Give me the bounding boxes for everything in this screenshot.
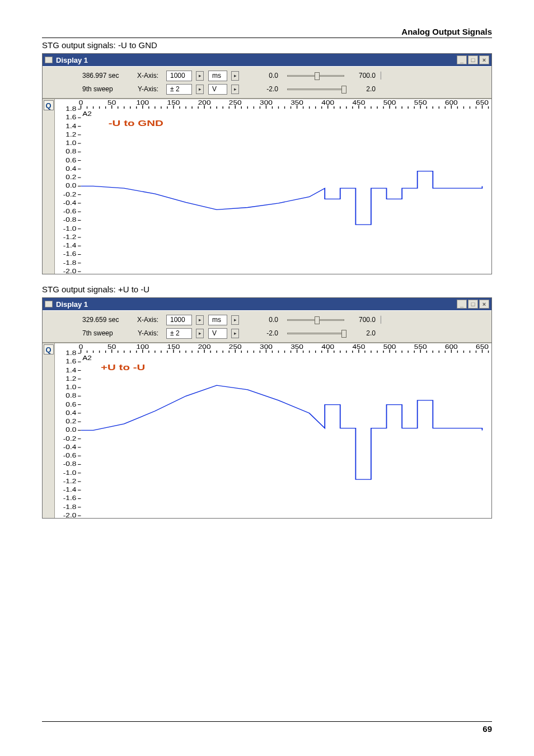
spinner-arrow-icon[interactable]: ▸ (231, 329, 239, 338)
footer-rule (42, 721, 492, 722)
svg-text:-0.6: -0.6 (63, 452, 77, 459)
svg-text:0.6: 0.6 (65, 157, 76, 164)
spinner-arrow-icon[interactable]: ▸ (196, 315, 204, 325)
svg-text:0.4: 0.4 (65, 410, 76, 417)
svg-text:1.0: 1.0 (65, 384, 76, 391)
slider-min: -2.0 (261, 85, 280, 93)
window-icon (45, 301, 53, 307)
svg-text:1.2: 1.2 (65, 376, 76, 382)
svg-text:-1.0: -1.0 (63, 226, 77, 232)
window-maximize-button[interactable]: □ (468, 300, 478, 309)
yaxis-unit-input[interactable]: V (208, 328, 227, 339)
window-maximize-button[interactable]: □ (468, 55, 478, 64)
x-slider[interactable] (285, 71, 346, 81)
svg-text:0.6: 0.6 (65, 401, 76, 408)
svg-text:-0.4: -0.4 (63, 444, 77, 451)
plot-sidebar: Q (43, 99, 55, 274)
plot-sidebar: Q (43, 343, 55, 518)
xaxis-value-input[interactable]: 1000 (166, 315, 192, 325)
toolbar: 329.659 sec X-Axis: 1000 ▸ ms ▸ 0.0 700.… (43, 310, 491, 343)
svg-text:650: 650 (476, 100, 489, 106)
window-close-button[interactable]: × (479, 300, 489, 309)
signal-plot-2: 050100150200250300350400450500550600650 … (55, 343, 491, 518)
svg-text:1.6: 1.6 (65, 358, 76, 365)
svg-text:0: 0 (79, 100, 83, 106)
svg-text:0.8: 0.8 (65, 393, 76, 399)
svg-text:100: 100 (136, 344, 149, 351)
window-titlebar[interactable]: Display 1 _ □ × (43, 298, 491, 310)
more-indicator-icon: ▏ (380, 316, 386, 324)
slider-max: 2.0 (351, 329, 376, 337)
window-minimize-button[interactable]: _ (457, 300, 467, 309)
svg-text:200: 200 (198, 100, 211, 106)
window-icon (45, 57, 53, 63)
header-rule (42, 38, 492, 38)
window-close-button[interactable]: × (479, 55, 489, 64)
svg-text:-1.2: -1.2 (63, 478, 77, 485)
window-title: Display 1 (56, 300, 88, 309)
svg-text:150: 150 (167, 344, 180, 351)
toolbar: 386.997 sec X-Axis: 1000 ▸ ms ▸ 0.0 700.… (43, 66, 491, 99)
y-slider[interactable] (285, 328, 346, 338)
display-window-2: Display 1 _ □ × 329.659 sec X-Axis: 1000… (42, 297, 492, 519)
svg-text:1.0: 1.0 (65, 140, 76, 147)
svg-text:-1.4: -1.4 (63, 487, 77, 493)
svg-text:450: 450 (352, 100, 365, 106)
figure-caption-2: STG output signals: +U to -U (42, 284, 492, 294)
svg-text:200: 200 (198, 344, 211, 351)
slider-max: 700.0 (351, 316, 376, 324)
xaxis-label: X-Axis: (137, 316, 162, 324)
svg-text:400: 400 (321, 344, 334, 351)
svg-text:+U to -U: +U to -U (101, 363, 145, 372)
svg-text:1.8: 1.8 (65, 106, 76, 113)
window-title: Display 1 (56, 56, 88, 64)
svg-text:0.4: 0.4 (65, 166, 76, 172)
svg-text:A2: A2 (82, 355, 92, 362)
svg-text:600: 600 (445, 100, 458, 106)
slider-max: 700.0 (351, 72, 376, 80)
yaxis-value-input[interactable]: ± 2 (166, 84, 192, 95)
spinner-arrow-icon[interactable]: ▸ (231, 71, 239, 81)
svg-text:-U to GND: -U to GND (109, 119, 163, 128)
svg-text:1.2: 1.2 (65, 132, 76, 138)
svg-text:-1.6: -1.6 (63, 251, 77, 258)
window-titlebar[interactable]: Display 1 _ □ × (43, 54, 491, 66)
xaxis-unit-input[interactable]: ms (208, 71, 227, 81)
zoom-icon[interactable]: Q (44, 344, 54, 354)
spinner-arrow-icon[interactable]: ▸ (196, 71, 204, 81)
svg-text:100: 100 (136, 100, 149, 106)
svg-text:0: 0 (79, 344, 83, 351)
yaxis-label: Y-Axis: (137, 329, 162, 337)
spinner-arrow-icon[interactable]: ▸ (196, 329, 204, 338)
svg-text:-0.2: -0.2 (63, 435, 77, 442)
svg-text:0.0: 0.0 (65, 427, 76, 433)
slider-min: -2.0 (261, 329, 280, 337)
slider-min: 0.0 (261, 72, 280, 80)
sweep-readout: 7th sweep (82, 329, 133, 337)
svg-text:1.6: 1.6 (65, 114, 76, 121)
figure-caption-1: STG output signals: -U to GND (42, 40, 492, 50)
svg-text:-0.2: -0.2 (63, 191, 77, 198)
xaxis-unit-input[interactable]: ms (208, 315, 227, 325)
spinner-arrow-icon[interactable]: ▸ (231, 315, 239, 325)
zoom-icon[interactable]: Q (44, 100, 54, 110)
y-slider[interactable] (285, 84, 346, 94)
spinner-arrow-icon[interactable]: ▸ (196, 85, 204, 94)
svg-text:500: 500 (383, 100, 396, 106)
yaxis-unit-input[interactable]: V (208, 84, 227, 95)
svg-text:50: 50 (107, 344, 116, 351)
spinner-arrow-icon[interactable]: ▸ (231, 85, 239, 94)
svg-text:-2.0: -2.0 (63, 268, 77, 274)
svg-text:1.8: 1.8 (65, 350, 76, 357)
svg-text:-2.0: -2.0 (63, 512, 77, 518)
slider-max: 2.0 (351, 85, 376, 93)
xaxis-label: X-Axis: (137, 72, 162, 80)
svg-text:300: 300 (260, 344, 273, 351)
section-header: Analog Output Signals (42, 27, 492, 38)
yaxis-value-input[interactable]: ± 2 (166, 328, 192, 339)
svg-text:A2: A2 (82, 111, 92, 118)
x-slider[interactable] (285, 315, 346, 325)
window-minimize-button[interactable]: _ (457, 55, 467, 64)
xaxis-value-input[interactable]: 1000 (166, 71, 192, 81)
svg-text:-1.8: -1.8 (63, 260, 77, 267)
